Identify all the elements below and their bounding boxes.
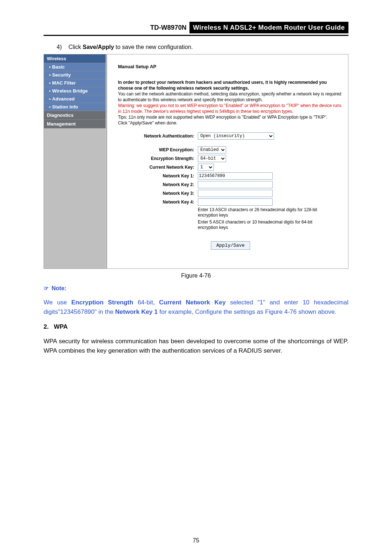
panel-title: Manual Setup AP: [118, 64, 343, 69]
input-key3[interactable]: [198, 190, 273, 197]
intro-plain: You can set the network authentication m…: [118, 91, 341, 102]
label-key3: Network Key 3:: [118, 191, 198, 196]
intro-warning: Warning: we suggest you not to set WEP e…: [118, 103, 342, 114]
label-enc-strength: Encryption Strength:: [118, 156, 198, 161]
label-key2: Network Key 2:: [118, 182, 198, 187]
section-2-body: WPA security for wireless communication …: [44, 337, 348, 356]
step-4-text: 4) Click Save/Apply to save the new conf…: [57, 44, 348, 50]
section-title: WPA: [54, 323, 68, 330]
step-text-after: to save the new configuration.: [114, 44, 193, 50]
sidebar-item-station-info[interactable]: Station Info: [44, 103, 106, 111]
row-enc-strength: Encryption Strength: 64-bit: [118, 155, 343, 162]
row-network-auth: Network Authentication: Open (insecurity…: [118, 132, 343, 140]
sidebar-item-advanced[interactable]: Advanced: [44, 95, 106, 103]
sidebar: Wireless Basic Security MAC Filter Wirel…: [44, 54, 106, 268]
select-network-auth[interactable]: Open (insecurity): [198, 132, 274, 140]
apply-save-button[interactable]: Apply/Save: [211, 241, 250, 250]
section-2-header: 2.WPA: [44, 323, 348, 331]
note-header-text: Note:: [52, 285, 66, 291]
figure-caption: Figure 4-76: [44, 272, 348, 279]
input-key1[interactable]: [198, 172, 273, 180]
button-row: Apply/Save: [118, 241, 343, 250]
header-divider: [44, 35, 348, 36]
note-body: We use Encryption Strength 64-bit, Curre…: [44, 298, 348, 317]
main-panel: Manual Setup AP In order to protect your…: [107, 54, 348, 268]
row-key3: Network Key 3:: [118, 190, 343, 197]
step-bold: Save/Apply: [83, 44, 114, 50]
router-ui-screenshot: Wireless Basic Security MAC Filter Wirel…: [44, 54, 348, 269]
note-bold: Current Network Key: [159, 299, 226, 306]
row-key4: Network Key 4:: [118, 198, 343, 206]
intro-click: Click "Apply/Save" when done.: [118, 120, 177, 126]
sidebar-item-label: Security: [52, 72, 71, 78]
note-bold: Encryption Strength: [72, 299, 134, 306]
row-current-key: Current Network Key: 1: [118, 164, 343, 171]
input-key2[interactable]: [198, 181, 273, 188]
select-enc-strength[interactable]: 64-bit: [198, 155, 226, 162]
sidebar-item-label: Station Info: [52, 104, 78, 110]
label-wep: WEP Encryption:: [118, 147, 198, 152]
row-wep: WEP Encryption: Enabled: [118, 146, 343, 153]
sidebar-item-label: Advanced: [52, 96, 75, 102]
label-key1: Network Key 1:: [118, 173, 198, 178]
label-network-auth: Network Authentication:: [118, 134, 198, 139]
note-bold: Network Key 1: [115, 308, 158, 315]
step-text-before: Click: [69, 44, 83, 50]
model-number: TD-W8970N: [147, 22, 189, 33]
panel-intro: In order to protect your network from ha…: [118, 79, 343, 126]
row-key1: Network Key 1:: [118, 172, 343, 180]
row-key2: Network Key 2:: [118, 181, 343, 188]
note-text: for example, Configure the settings as F…: [158, 308, 336, 315]
section-number: 2.: [44, 323, 49, 330]
key-hint-128: Enter 13 ASCII characters or 26 hexadeci…: [198, 207, 332, 218]
label-current-key: Current Network Key:: [118, 165, 198, 170]
sidebar-item-wireless-bridge[interactable]: Wireless Bridge: [44, 87, 106, 95]
sidebar-item-basic[interactable]: Basic: [44, 63, 106, 71]
sidebar-item-mac-filter[interactable]: MAC Filter: [44, 79, 106, 87]
sidebar-item-label: MAC Filter: [52, 80, 76, 86]
sidebar-item-label: Wireless Bridge: [52, 88, 88, 94]
sidebar-item-diagnostics[interactable]: Diagnostics: [44, 111, 106, 120]
select-wep[interactable]: Enabled: [198, 146, 226, 153]
sidebar-item-label: Basic: [52, 64, 65, 70]
page-number: 75: [0, 537, 392, 544]
note-header: ☞Note:: [44, 285, 348, 292]
step-number: 4): [57, 44, 62, 50]
guide-title: Wireless N ADSL2+ Modem Router User Guid…: [189, 22, 348, 33]
select-current-key[interactable]: 1: [198, 164, 214, 171]
sidebar-header-wireless[interactable]: Wireless: [44, 54, 106, 63]
sidebar-item-security[interactable]: Security: [44, 71, 106, 79]
note-icon: ☞: [44, 285, 49, 291]
intro-bold: In order to protect your network from ha…: [118, 80, 327, 91]
intro-tip: Tips: 11n only mode are not supported wh…: [118, 115, 327, 120]
input-key4[interactable]: [198, 198, 273, 206]
key-hint-64: Enter 5 ASCII characters or 10 hexadecim…: [198, 219, 332, 230]
note-text: 64-bit,: [133, 299, 159, 306]
note-text: We use: [44, 299, 72, 306]
sidebar-item-management[interactable]: Management: [44, 120, 106, 128]
label-key4: Network Key 4:: [118, 200, 198, 205]
document-header: TD-W8970N Wireless N ADSL2+ Modem Router…: [44, 22, 348, 33]
